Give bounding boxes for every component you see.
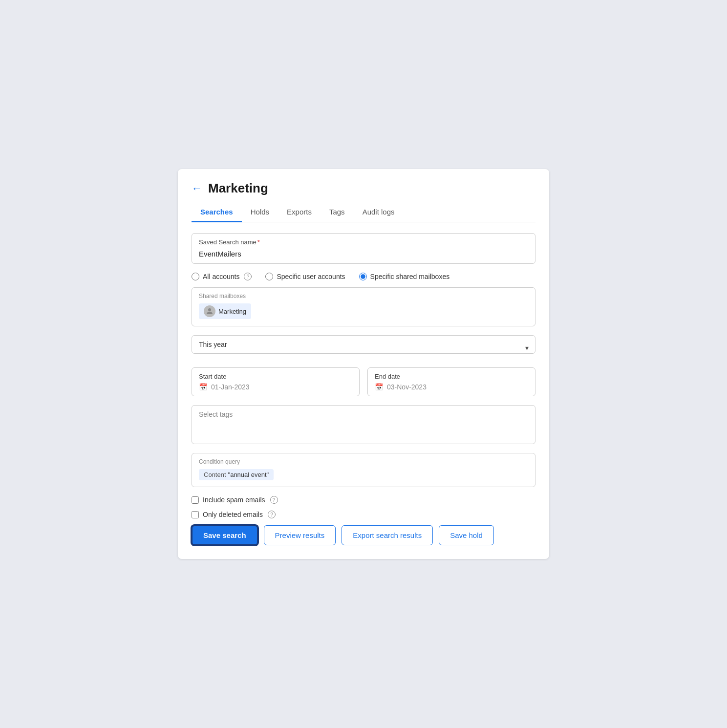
tab-searches[interactable]: Searches [192, 203, 242, 222]
start-date-label: Start date [199, 373, 352, 380]
back-header: ← Marketing [192, 181, 535, 196]
condition-chip-value: "annual event" [228, 471, 269, 478]
tab-bar: Searches Holds Exports Tags Audit logs [192, 203, 535, 222]
search-name-field: Saved Search name* [192, 233, 535, 264]
shared-mailboxes-box: Shared mailboxes Marketing [192, 287, 535, 326]
end-calendar-icon: 📅 [375, 383, 383, 391]
start-date-value: 📅 01-Jan-2023 [199, 383, 352, 391]
end-date-value: 📅 03-Nov-2023 [375, 383, 528, 391]
save-hold-button[interactable]: Save hold [439, 525, 494, 545]
radio-specific-shared-label: Specific shared mailboxes [370, 273, 450, 280]
required-indicator: * [257, 238, 260, 246]
radio-all-accounts-label: All accounts [203, 273, 239, 280]
radio-specific-user-label: Specific user accounts [277, 273, 345, 280]
tab-exports[interactable]: Exports [278, 203, 321, 222]
start-date-text: 01-Jan-2023 [211, 383, 250, 391]
radio-specific-shared-mailboxes[interactable]: Specific shared mailboxes [359, 273, 450, 280]
shared-mailboxes-label: Shared mailboxes [199, 293, 528, 300]
action-buttons: Save search Preview results Export searc… [192, 525, 535, 545]
end-date-text: 03-Nov-2023 [387, 383, 427, 391]
back-arrow-icon: ← [192, 182, 202, 195]
only-deleted-label: Only deleted emails [203, 511, 263, 518]
back-button[interactable]: ← [192, 182, 202, 195]
radio-specific-user-accounts[interactable]: Specific user accounts [265, 273, 345, 280]
condition-chip[interactable]: Content "annual event" [199, 469, 274, 480]
mailbox-chip[interactable]: Marketing [199, 303, 251, 319]
all-accounts-help-icon[interactable]: ? [244, 273, 252, 280]
tab-tags[interactable]: Tags [321, 203, 354, 222]
condition-query-box: Condition query Content "annual event" [192, 453, 535, 487]
search-name-label: Saved Search name* [199, 238, 528, 246]
search-name-input[interactable] [199, 250, 528, 258]
export-search-results-button[interactable]: Export search results [342, 525, 433, 545]
include-spam-row: Include spam emails ? [192, 496, 535, 504]
radio-specific-user-input[interactable] [265, 273, 273, 280]
date-range-wrapper: This year Last year Custom range All tim… [192, 335, 535, 361]
date-range-select[interactable]: This year Last year Custom range All tim… [192, 335, 535, 354]
date-fields: Start date 📅 01-Jan-2023 End date 📅 03-N… [192, 367, 535, 396]
start-date-field: Start date 📅 01-Jan-2023 [192, 367, 360, 396]
mailbox-avatar [204, 305, 215, 317]
end-date-field: End date 📅 03-Nov-2023 [367, 367, 535, 396]
condition-label: Condition query [199, 458, 528, 465]
include-spam-label: Include spam emails [203, 496, 265, 504]
include-spam-checkbox[interactable] [192, 496, 199, 504]
only-deleted-row: Only deleted emails ? [192, 511, 535, 518]
radio-all-accounts-input[interactable] [192, 273, 199, 280]
radio-specific-shared-input[interactable] [359, 273, 367, 280]
only-deleted-checkbox[interactable] [192, 511, 199, 518]
tab-holds[interactable]: Holds [242, 203, 278, 222]
svg-point-0 [208, 308, 211, 311]
tab-audit-logs[interactable]: Audit logs [354, 203, 404, 222]
radio-all-accounts[interactable]: All accounts ? [192, 273, 252, 280]
condition-chip-key: Content [204, 471, 226, 478]
start-calendar-icon: 📅 [199, 383, 207, 391]
end-date-label: End date [375, 373, 528, 380]
mailbox-chip-label: Marketing [218, 308, 246, 315]
save-search-button[interactable]: Save search [192, 525, 258, 545]
preview-results-button[interactable]: Preview results [264, 525, 336, 545]
only-deleted-help-icon[interactable]: ? [268, 511, 276, 518]
account-type-radio-group: All accounts ? Specific user accounts Sp… [192, 273, 535, 280]
page-title: Marketing [208, 181, 268, 196]
include-spam-help-icon[interactable]: ? [270, 496, 278, 504]
tags-box[interactable]: Select tags [192, 405, 535, 444]
main-card: ← Marketing Searches Holds Exports Tags … [178, 169, 549, 559]
tags-label: Select tags [199, 410, 528, 418]
